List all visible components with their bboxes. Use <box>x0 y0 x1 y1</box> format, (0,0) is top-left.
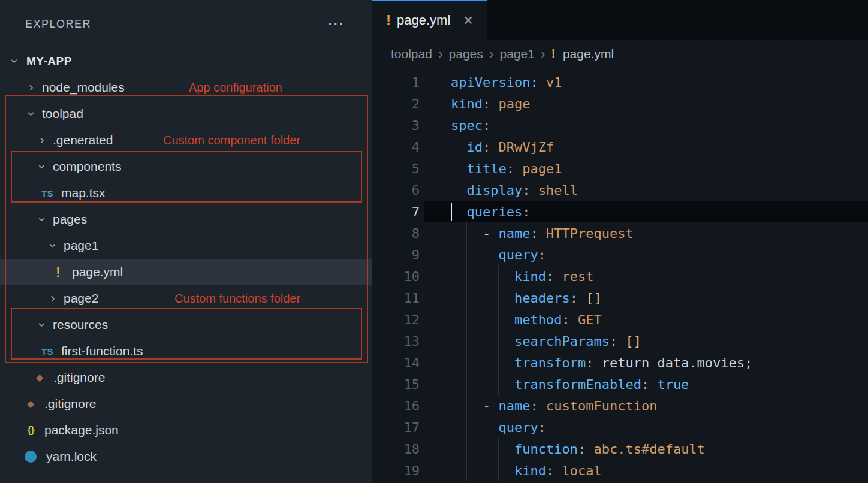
code-line-text[interactable]: transformEnabled: true <box>424 373 868 395</box>
code-line-text[interactable]: kind: local <box>424 460 868 481</box>
more-actions-button[interactable]: ⋯ <box>327 16 344 32</box>
code-token: : <box>562 312 569 327</box>
code-line: 10 kind: rest <box>372 265 868 287</box>
indent-guide <box>498 438 499 460</box>
code-token: : <box>538 247 546 262</box>
code-line: 4 id: DRwVjZf <box>372 136 868 158</box>
code-token: page <box>490 96 530 111</box>
code-line-text[interactable]: query: <box>424 244 868 265</box>
code-token: DRwVjZf <box>490 140 554 155</box>
line-number: 6 <box>372 179 424 201</box>
project-section-header[interactable]: › MY-APP <box>0 48 372 74</box>
file-tree: ›node_modulesApp configuration›toolpad›.… <box>0 74 372 470</box>
code-token: abc.ts#default <box>586 442 705 457</box>
code-line-text[interactable]: function: abc.ts#default <box>424 438 868 460</box>
tree-item-.gitignore[interactable]: ◆.gitignore <box>0 364 372 391</box>
line-number: 10 <box>372 265 424 287</box>
tree-item-page.yml[interactable]: !page.yml <box>0 259 372 285</box>
tree-item-page2[interactable]: ›page2Custom functions folder <box>0 285 372 312</box>
code-line-text[interactable]: headers: [] <box>424 287 868 309</box>
code-token: [] <box>617 334 641 349</box>
tree-item-package.json[interactable]: {}package.json <box>0 417 372 443</box>
indent-guide <box>466 330 467 352</box>
code-token: : <box>570 291 578 306</box>
indent-guide <box>483 438 483 460</box>
tree-item-yarn.lock[interactable]: yarn.lock <box>0 443 372 470</box>
tree-item-pages[interactable]: ›pages <box>0 206 372 233</box>
tree-item-.generated[interactable]: ›.generatedCustom component folder <box>0 127 372 153</box>
breadcrumb-item-pages[interactable]: pages <box>449 47 483 61</box>
tree-item-first-function.ts[interactable]: TSfirst-function.ts <box>0 338 372 364</box>
code-token: queries <box>467 204 523 219</box>
tree-item-map.tsx[interactable]: TSmap.tsx <box>0 180 372 206</box>
code-token: kind <box>451 96 483 111</box>
project-name: MY-APP <box>26 55 72 68</box>
yarn-icon <box>25 451 37 463</box>
code-line-text[interactable]: apiVersion: v1 <box>424 71 868 93</box>
tree-item-label: map.tsx <box>61 186 106 200</box>
code-line-text[interactable]: display: shell <box>424 179 868 201</box>
indent-guide <box>483 460 483 481</box>
tree-item-toolpad[interactable]: ›toolpad <box>0 101 372 127</box>
code-line: 6 display: shell <box>372 179 868 201</box>
code-line-text[interactable]: query: <box>424 416 868 438</box>
typescript-icon: TS <box>40 188 55 198</box>
code-line-text[interactable]: kind: page <box>424 93 868 114</box>
line-number: 15 <box>372 373 424 395</box>
breadcrumb-item-page-yml[interactable]: page.yml <box>563 47 614 61</box>
json-icon: {} <box>23 424 38 436</box>
tab-title: page.yml <box>397 13 450 28</box>
code-line-text[interactable]: - name: customFunction <box>424 395 868 416</box>
indent-guide <box>466 309 467 330</box>
editor-area: ! page.yml × toolpad › pages › page1 › !… <box>372 0 868 483</box>
code-line: 7 queries: <box>372 201 868 222</box>
indent-guide <box>483 287 483 309</box>
code-line-text[interactable]: searchParams: [] <box>424 330 868 352</box>
indent-guide <box>466 416 467 438</box>
code-token: : <box>641 377 649 392</box>
code-line-text[interactable]: title: page1 <box>424 158 868 179</box>
code-line-text[interactable]: queries: <box>424 201 868 222</box>
tree-item-.gitignore[interactable]: ◆.gitignore <box>0 391 372 417</box>
tree-item-nodemodules[interactable]: ›node_modulesApp configuration <box>0 74 372 101</box>
code-token: : <box>522 183 530 198</box>
code-line-text[interactable]: - name: HTTPrequest <box>424 222 868 244</box>
tree-item-components[interactable]: ›components <box>0 153 372 180</box>
close-icon[interactable]: × <box>463 13 473 29</box>
indent-guide <box>483 309 483 330</box>
code-token: - <box>483 226 499 241</box>
indent-guide <box>498 373 499 395</box>
tree-item-label: package.json <box>44 423 119 437</box>
indent-guide <box>483 352 483 373</box>
code-line-text[interactable]: id: DRwVjZf <box>424 136 868 158</box>
line-number: 11 <box>372 287 424 309</box>
code-line-text[interactable]: spec: <box>424 114 868 136</box>
code-line-text[interactable]: kind: rest <box>424 265 868 287</box>
code-token: HTTPrequest <box>538 226 634 241</box>
code-token: name <box>498 399 530 413</box>
explorer-sidebar: EXPLORER ⋯ › MY-APP ›node_modulesApp con… <box>0 0 372 483</box>
code-token: return data.movies; <box>593 355 752 370</box>
code-editor[interactable]: 1apiVersion: v12kind: page3spec:4 id: DR… <box>372 68 868 483</box>
line-number: 4 <box>372 136 424 158</box>
tab-page-yml[interactable]: ! page.yml × <box>372 0 487 40</box>
tab-bar: ! page.yml × <box>372 0 868 40</box>
code-line: 17 query: <box>372 416 868 438</box>
line-number: 7 <box>372 201 424 222</box>
tree-item-label: yarn.lock <box>46 449 97 464</box>
annotation-text: Custom functions folder <box>174 292 300 306</box>
indent-guide <box>466 287 467 309</box>
code-token: : <box>483 140 490 155</box>
code-token: : <box>507 161 514 176</box>
breadcrumb-item-toolpad[interactable]: toolpad <box>391 47 432 61</box>
line-number: 1 <box>372 71 424 93</box>
git-icon: ◆ <box>23 399 38 409</box>
tree-item-resources[interactable]: ›resources <box>0 312 372 338</box>
code-line-text[interactable]: transform: return data.movies; <box>424 352 868 373</box>
tree-item-page1[interactable]: ›page1 <box>0 233 372 259</box>
code-line-text[interactable]: method: GET <box>424 309 868 330</box>
warning-icon: ! <box>50 264 66 281</box>
code-line: 14 transform: return data.movies; <box>372 352 868 373</box>
code-line: 18 function: abc.ts#default <box>372 438 868 460</box>
breadcrumb-item-page1[interactable]: page1 <box>499 47 534 61</box>
